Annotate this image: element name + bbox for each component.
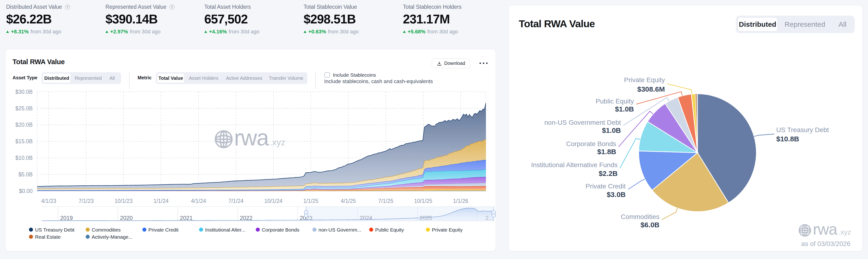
svg-text:7/1/25: 7/1/25	[378, 198, 394, 204]
svg-text:Public Equity: Public Equity	[596, 97, 634, 105]
svg-text:Private Credit: Private Credit	[585, 182, 626, 190]
svg-text:$10.0B: $10.0B	[16, 155, 33, 161]
svg-text:2020: 2020	[120, 215, 133, 221]
svg-text:$1.0B: $1.0B	[615, 105, 634, 113]
svg-text:$6.0B: $6.0B	[641, 221, 659, 229]
svg-text:Institutional Alternative Fund: Institutional Alternative Funds	[531, 161, 618, 169]
svg-text:1/1/25: 1/1/25	[303, 198, 318, 204]
svg-text:Commodities: Commodities	[621, 213, 659, 221]
svg-text:Institutional Alter...: Institutional Alter...	[205, 227, 245, 232]
svg-text:US Treasury Debt: US Treasury Debt	[35, 227, 74, 232]
svg-text:7/1/23: 7/1/23	[79, 198, 94, 204]
svg-text:$2.2B: $2.2B	[599, 170, 618, 177]
svg-text:$10.8B: $10.8B	[776, 135, 799, 143]
svg-text:Private Equity: Private Equity	[624, 76, 665, 84]
svg-text:$30.0B: $30.0B	[16, 89, 33, 95]
svg-text:.xyz: .xyz	[270, 138, 285, 147]
svg-text:Commodities: Commodities	[92, 227, 121, 232]
svg-text:US Treasury Debt: US Treasury Debt	[776, 126, 829, 134]
svg-text:1/1/26: 1/1/26	[453, 198, 468, 204]
svg-text:Public Equity: Public Equity	[375, 227, 404, 232]
svg-text:7/1/24: 7/1/24	[228, 198, 244, 204]
svg-text:non-US Governm...: non-US Governm...	[318, 227, 361, 232]
svg-text:1/1/24: 1/1/24	[153, 198, 168, 204]
svg-text:as of 03/03/2026: as of 03/03/2026	[801, 240, 850, 248]
svg-text:2019: 2019	[60, 215, 73, 221]
svg-text:$20.0B: $20.0B	[16, 122, 33, 128]
svg-text:rwa: rwa	[813, 221, 837, 238]
svg-text:$15.0B: $15.0B	[16, 138, 33, 144]
svg-text:Private Equity: Private Equity	[432, 227, 463, 232]
svg-text:4/1/24: 4/1/24	[191, 198, 206, 204]
svg-text:2021: 2021	[180, 215, 192, 221]
svg-text:non-US Government Debt: non-US Government Debt	[544, 119, 621, 126]
svg-text:rwa: rwa	[234, 125, 269, 150]
svg-text:$5.0B: $5.0B	[19, 171, 33, 178]
svg-text:$0.00: $0.00	[19, 188, 33, 194]
svg-text:Corporate Bonds: Corporate Bonds	[566, 140, 616, 147]
svg-text:Actively-Manage...: Actively-Manage...	[92, 234, 133, 239]
svg-text:Corporate Bonds: Corporate Bonds	[262, 227, 299, 232]
svg-text:4/1/23: 4/1/23	[41, 198, 56, 204]
svg-text:$1.0B: $1.0B	[602, 126, 621, 134]
svg-text:$1.8B: $1.8B	[597, 148, 616, 155]
svg-text:10/1/23: 10/1/23	[115, 198, 133, 204]
svg-text:Private Credit: Private Credit	[149, 227, 179, 232]
svg-text:10/1/25: 10/1/25	[414, 198, 432, 204]
svg-text:$3.0B: $3.0B	[607, 191, 626, 198]
svg-text:Real Estate: Real Estate	[35, 234, 61, 239]
svg-text:10/1/24: 10/1/24	[265, 198, 283, 204]
svg-text:.xyz: .xyz	[838, 228, 851, 236]
svg-text:$308.6M: $308.6M	[637, 85, 665, 93]
svg-text:$25.0B: $25.0B	[16, 105, 33, 112]
svg-text:4/1/25: 4/1/25	[341, 198, 356, 204]
